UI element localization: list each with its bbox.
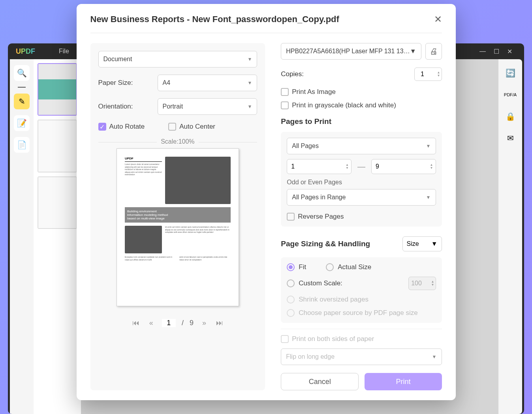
print-type-value: Document xyxy=(103,56,132,63)
odd-even-label: Odd or Even Pages xyxy=(287,179,436,186)
shrink-radio xyxy=(287,296,295,303)
auto-rotate-label: Auto Rotate xyxy=(109,123,145,131)
close-icon[interactable]: ✕ xyxy=(434,14,442,25)
auto-center-label: Auto Center xyxy=(179,123,215,131)
settings-panel: HPB0227A5A6618(HP Laser MFP 131 13… ▼ 🖨 … xyxy=(281,43,442,390)
pager-next[interactable]: » xyxy=(199,318,209,328)
range-to-input[interactable]: ▲▼ xyxy=(371,159,436,174)
paper-size-label: Paper Size: xyxy=(98,79,158,87)
spinner-down[interactable]: ▼ xyxy=(346,167,349,170)
fit-label: Fit xyxy=(299,263,306,271)
chevron-down-icon: ▼ xyxy=(432,354,437,360)
print-button[interactable]: Print xyxy=(365,373,442,390)
chevron-down-icon: ▼ xyxy=(247,104,252,109)
reverse-pages-label: Reverse Pages xyxy=(298,213,344,221)
printer-value: HPB0227A5A6618(HP Laser MFP 131 13… xyxy=(286,48,410,55)
orientation-label: Orientation: xyxy=(98,103,158,111)
spinner-down[interactable]: ▼ xyxy=(431,283,434,287)
printer-properties-icon[interactable]: 🖨 xyxy=(425,43,442,60)
both-sides-label: Print on both sides of paper xyxy=(292,335,374,343)
odd-even-select[interactable]: All Pages in Range ▼ xyxy=(287,189,436,206)
odd-even-value: All Pages in Range xyxy=(292,194,346,201)
print-type-select[interactable]: Document ▼ xyxy=(98,51,258,67)
shrink-label: Shrink oversized pages xyxy=(299,296,368,303)
spinner-down[interactable]: ▼ xyxy=(437,74,440,77)
chevron-down-icon: ▼ xyxy=(247,80,252,86)
modal-title: New Business Reports - New Font_password… xyxy=(90,14,339,24)
actual-size-radio[interactable] xyxy=(326,263,334,271)
paper-source-radio xyxy=(287,309,295,317)
size-mode-value: Size xyxy=(407,240,419,247)
pager-sep: / xyxy=(182,319,184,327)
custom-scale-radio[interactable] xyxy=(287,279,295,287)
pager-total: 9 xyxy=(190,319,194,327)
pager: ⏮ « / 9 » ⏭ xyxy=(131,318,224,328)
scale-label: Scale:100% xyxy=(157,138,198,145)
modal-header: New Business Reports - New Font_password… xyxy=(90,14,442,33)
cancel-button[interactable]: Cancel xyxy=(281,373,359,390)
flip-value: Flip on long edge xyxy=(286,353,335,360)
range-from-input[interactable]: ▲▼ xyxy=(287,159,352,174)
chevron-down-icon: ▼ xyxy=(247,56,252,62)
copies-input[interactable] xyxy=(415,71,430,78)
actual-size-label: Actual Size xyxy=(338,263,371,271)
paper-size-select[interactable]: A4 ▼ xyxy=(158,75,258,91)
flip-select: Flip on long edge ▼ xyxy=(281,348,442,365)
printer-select[interactable]: HPB0227A5A6618(HP Laser MFP 131 13… ▼ xyxy=(281,43,421,60)
page-range-value: All Pages xyxy=(292,142,319,150)
pager-first[interactable]: ⏮ xyxy=(131,318,141,328)
chevron-down-icon: ▼ xyxy=(410,48,416,55)
grayscale-label: Print in grayscale (black and white) xyxy=(292,101,396,109)
orientation-value: Portrait xyxy=(163,103,183,110)
paper-source-label: Choose paper source by PDF page size xyxy=(299,309,417,317)
preview-area: UPDF Lorem ipsum dolor sit amet consecte… xyxy=(98,148,258,328)
chevron-down-icon: ▼ xyxy=(426,143,431,149)
modal-overlay: New Business Reports - New Font_password… xyxy=(0,0,532,414)
print-as-image-label: Print As Image xyxy=(292,88,336,96)
custom-scale-input[interactable] xyxy=(409,280,425,287)
orientation-select[interactable]: Portrait ▼ xyxy=(158,98,258,115)
auto-center-checkbox[interactable] xyxy=(168,123,176,131)
pages-to-print-title: Pages to Print xyxy=(281,117,442,126)
preview-page: UPDF Lorem ipsum dolor sit amet consecte… xyxy=(117,148,239,306)
chevron-down-icon: ▼ xyxy=(431,240,438,247)
both-sides-checkbox xyxy=(281,335,289,343)
sizing-title: Page Sizing && Handling xyxy=(281,240,370,248)
spinner-down[interactable]: ▼ xyxy=(430,167,433,170)
pager-prev[interactable]: « xyxy=(147,318,156,328)
grayscale-checkbox[interactable] xyxy=(281,101,289,109)
sizing-section: Fit Actual Size Custom Scale: xyxy=(281,257,442,323)
modal-body: Document ▼ Paper Size: A4 ▼ Orientation:… xyxy=(90,33,442,390)
paper-size-value: A4 xyxy=(163,79,171,86)
copies-spinner[interactable]: ▲▼ xyxy=(414,67,442,81)
fit-radio[interactable] xyxy=(287,263,295,271)
chevron-down-icon: ▼ xyxy=(426,195,431,200)
page-range-select[interactable]: All Pages ▼ xyxy=(287,138,436,154)
pager-current[interactable] xyxy=(162,319,176,327)
custom-scale-label: Custom Scale: xyxy=(299,279,342,287)
preview-panel: Document ▼ Paper Size: A4 ▼ Orientation:… xyxy=(90,43,265,390)
range-dash: — xyxy=(357,162,365,171)
copies-label: Copies: xyxy=(281,70,304,78)
reverse-pages-checkbox[interactable] xyxy=(287,213,295,221)
scale-divider: Scale:100% xyxy=(98,142,258,142)
custom-scale-spinner[interactable]: ▲▼ xyxy=(408,277,436,290)
pager-last[interactable]: ⏭ xyxy=(215,318,224,328)
print-dialog: New Business Reports - New Font_password… xyxy=(77,4,456,400)
print-as-image-checkbox[interactable] xyxy=(281,88,289,96)
size-mode-select[interactable]: Size ▼ xyxy=(402,236,442,251)
pages-to-print-section: All Pages ▼ ▲▼ — ▲▼ Odd xyxy=(281,132,442,227)
auto-rotate-checkbox[interactable]: ✓ xyxy=(98,123,106,131)
